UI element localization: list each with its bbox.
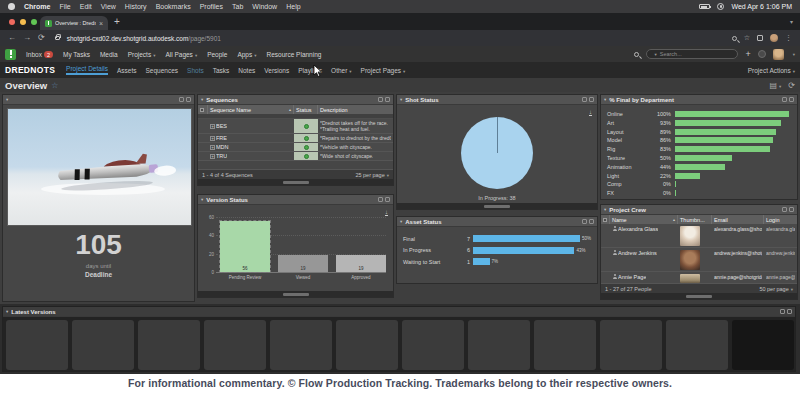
address-bar[interactable]: shotgrid-cxd02.dev.shotgrid.autodesk.com… — [67, 35, 221, 42]
version-thumb-slot[interactable] — [204, 320, 266, 370]
nav-my-tasks[interactable]: My Tasks — [63, 51, 90, 58]
sequence-link[interactable]: BES — [216, 123, 227, 129]
crew-name-link[interactable]: Andrew Jenkins — [618, 250, 657, 256]
shotgrid-logo[interactable] — [5, 49, 16, 60]
expand-icon[interactable] — [789, 97, 794, 102]
expand-icon[interactable] — [186, 97, 191, 102]
popout-icon[interactable] — [780, 309, 785, 314]
expand-icon[interactable] — [787, 309, 792, 314]
download-chart-icon[interactable]: ↓ — [385, 209, 388, 216]
collapse-chevron-icon[interactable]: ▾ — [201, 97, 203, 102]
collapse-chevron-icon[interactable]: ▾ — [604, 97, 606, 102]
sequence-name-cell[interactable]: +TRU — [208, 152, 294, 160]
crew-email-link[interactable]: annie.page@shotgriddemo.co — [714, 274, 762, 280]
crew-email-cell[interactable]: andrew.jenkins@shotgriddem — [712, 248, 764, 271]
row-select-cell[interactable] — [198, 119, 208, 133]
crew-name-link[interactable]: Alexandra Glass — [618, 226, 658, 232]
col-description[interactable]: Description — [318, 105, 393, 114]
horizontal-scrollbar[interactable] — [397, 203, 597, 209]
crew-email-link[interactable]: andrew.jenkins@shotgriddem — [714, 250, 762, 256]
menu-history[interactable]: History — [125, 3, 147, 10]
dept-bar[interactable] — [675, 120, 781, 126]
sequence-row-tru[interactable]: +TRU *Wide shot of cityscape. — [198, 152, 393, 161]
expand-plus-icon[interactable]: + — [210, 154, 215, 159]
nav-media[interactable]: Media — [100, 51, 118, 58]
nav-resource-planning[interactable]: Resource Planning — [266, 51, 321, 58]
col-status[interactable]: Status — [294, 105, 318, 114]
popout-icon[interactable] — [582, 97, 587, 102]
popout-icon[interactable] — [179, 97, 184, 102]
chevron-down-icon[interactable]: ▾ — [793, 52, 795, 57]
col-email[interactable]: Email — [712, 215, 764, 224]
sequence-name-cell[interactable]: +FRE — [208, 134, 294, 142]
nav-all-pages[interactable]: All Pages▾ — [165, 51, 197, 58]
expand-icon[interactable] — [589, 97, 594, 102]
popout-icon[interactable] — [582, 219, 587, 224]
sequence-link[interactable]: FRE — [216, 135, 227, 141]
horizontal-scrollbar[interactable] — [198, 291, 393, 297]
sequence-row-bes[interactable]: +BES *Drednot takes off for the race.*Tr… — [198, 119, 393, 134]
tab-sequences[interactable]: Sequences — [146, 67, 179, 74]
crew-thumb-cell[interactable] — [678, 224, 712, 247]
dept-bar[interactable] — [675, 146, 770, 152]
menu-file[interactable]: File — [59, 3, 70, 10]
global-search-input[interactable]: ▾Search... — [646, 49, 738, 59]
sequence-link[interactable]: TRU — [216, 153, 227, 159]
sequence-row-mdn[interactable]: +MDN *Vehicle with cityscape. — [198, 143, 393, 152]
browser-tab[interactable]: Overview : Drednots × — [40, 16, 108, 30]
crew-name-cell[interactable]: Alexandra Glass — [610, 224, 678, 247]
dept-bar[interactable] — [675, 181, 676, 187]
collapse-chevron-icon[interactable]: ▾ — [400, 219, 402, 224]
description-cell[interactable]: *Wide shot of cityscape. — [318, 152, 393, 160]
asset-status-header[interactable]: ▾ Asset Status — [397, 217, 597, 227]
tab-notes[interactable]: Notes — [238, 67, 255, 74]
crew-thumbnail[interactable] — [680, 250, 700, 270]
version-thumb-slot[interactable] — [6, 320, 68, 370]
user-avatar[interactable] — [773, 49, 784, 60]
shot-status-header[interactable]: ▾ Shot Status — [397, 95, 597, 105]
new-tab-button[interactable]: + — [114, 16, 120, 28]
dept-bar[interactable] — [675, 129, 776, 135]
nav-inbox[interactable]: Inbox2 — [26, 51, 53, 58]
sequence-name-cell[interactable]: +BES — [208, 119, 294, 133]
menu-profiles[interactable]: Profiles — [200, 3, 223, 10]
version-thumb-slot[interactable] — [666, 320, 728, 370]
tab-search-chevron-icon[interactable]: ▾ — [790, 18, 793, 25]
asset-bar[interactable] — [473, 247, 574, 254]
tab-other[interactable]: Other▾ — [331, 67, 352, 74]
reload-button[interactable]: ⟳ — [38, 34, 45, 42]
asset-bar[interactable] — [473, 235, 580, 242]
side-panel-icon[interactable] — [757, 35, 763, 41]
menu-help[interactable]: Help — [286, 3, 300, 10]
dept-bar[interactable] — [675, 137, 773, 143]
row-select-cell[interactable] — [601, 224, 610, 247]
popout-icon[interactable] — [782, 207, 787, 212]
zoom-icon[interactable] — [732, 36, 737, 41]
status-cell[interactable] — [294, 152, 318, 160]
bar-approved[interactable]: 19 — [336, 255, 386, 272]
expand-plus-icon[interactable]: + — [210, 136, 215, 141]
sequence-link[interactable]: MDN — [216, 144, 229, 150]
bookmark-star-icon[interactable]: ☆ — [744, 34, 750, 42]
description-cell[interactable]: *Drednot takes off for the race.*Trailin… — [318, 119, 393, 133]
dept-bar[interactable] — [675, 164, 725, 170]
collapse-chevron-icon[interactable]: ▾ — [6, 309, 8, 314]
sequences-header[interactable]: ▾ Sequences — [198, 95, 393, 105]
version-thumb-slot[interactable] — [600, 320, 662, 370]
menu-chrome[interactable]: Chrome — [24, 3, 50, 10]
tab-assets[interactable]: Assets — [117, 67, 137, 74]
forward-button[interactable]: → — [23, 34, 31, 42]
crew-row-andrew[interactable]: Andrew Jenkins andrew.jenkins@shotgridde… — [601, 248, 797, 272]
create-new-button[interactable]: + — [745, 50, 750, 59]
status-cell[interactable] — [294, 134, 318, 142]
row-select-cell[interactable] — [198, 152, 208, 160]
expand-icon[interactable] — [385, 97, 390, 102]
scrollbar-thumb[interactable] — [283, 293, 309, 296]
crew-thumbnail[interactable] — [680, 274, 700, 283]
scrollbar-thumb[interactable] — [484, 205, 510, 208]
row-select-cell[interactable] — [601, 248, 610, 271]
tab-project-details[interactable]: Project Details — [66, 65, 108, 76]
crew-thumbnail[interactable] — [680, 226, 700, 246]
collapse-chevron-icon[interactable]: ▾ — [400, 97, 402, 102]
collapse-chevron-icon[interactable]: ▾ — [201, 197, 203, 202]
